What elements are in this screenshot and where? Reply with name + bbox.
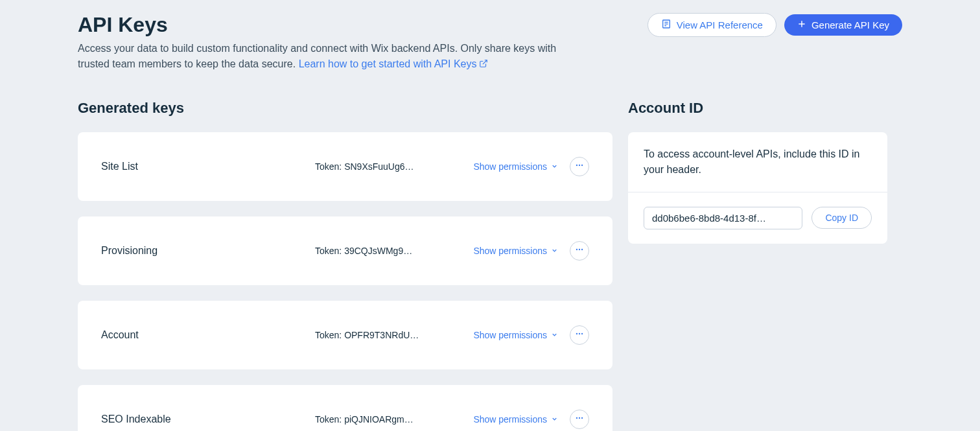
svg-point-12 xyxy=(581,249,583,250)
key-token: Token: 39CQJsWMg9… xyxy=(315,246,428,256)
more-options-button[interactable] xyxy=(570,410,589,429)
chevron-down-icon xyxy=(551,161,558,172)
key-name: SEO Indexable xyxy=(101,414,315,425)
svg-point-14 xyxy=(579,333,580,334)
svg-point-10 xyxy=(576,249,578,250)
svg-point-17 xyxy=(579,417,580,419)
generate-api-key-label: Generate API Key xyxy=(811,19,889,30)
more-options-button[interactable] xyxy=(570,157,589,176)
key-name: Site List xyxy=(101,161,315,172)
chevron-down-icon xyxy=(551,330,558,340)
chevron-down-icon xyxy=(551,414,558,425)
account-id-description: To access account-level APIs, include th… xyxy=(628,132,887,192)
key-token: Token: piQJNIOARgm… xyxy=(315,414,428,425)
svg-point-9 xyxy=(581,165,583,166)
generate-api-key-button[interactable]: Generate API Key xyxy=(784,14,902,36)
show-permissions-link[interactable]: Show permissions xyxy=(473,246,558,256)
account-id-card: To access account-level APIs, include th… xyxy=(628,132,887,244)
svg-point-8 xyxy=(579,165,580,166)
show-permissions-link[interactable]: Show permissions xyxy=(473,161,558,172)
svg-line-0 xyxy=(483,60,487,64)
show-permissions-link[interactable]: Show permissions xyxy=(473,414,558,425)
svg-point-15 xyxy=(581,333,583,334)
key-card: Provisioning Token: 39CQJsWMg9… Show per… xyxy=(78,216,612,285)
svg-point-16 xyxy=(576,417,578,419)
learn-link[interactable]: Learn how to get started with API Keys xyxy=(299,58,489,69)
svg-point-11 xyxy=(579,249,580,250)
more-horizontal-icon xyxy=(575,161,584,172)
view-api-reference-button[interactable]: View API Reference xyxy=(648,13,776,37)
key-name: Account xyxy=(101,329,315,341)
more-options-button[interactable] xyxy=(570,325,589,345)
key-name: Provisioning xyxy=(101,245,315,257)
key-card: SEO Indexable Token: piQJNIOARgm… Show p… xyxy=(78,385,612,431)
key-card: Account Token: OPFR9T3NRdU… Show permiss… xyxy=(78,301,612,369)
account-id-value[interactable]: dd0b6be6-8bd8-4d13-8f… xyxy=(644,207,802,229)
more-horizontal-icon xyxy=(575,414,584,425)
show-permissions-link[interactable]: Show permissions xyxy=(473,330,558,340)
account-id-title: Account ID xyxy=(628,100,887,117)
svg-point-13 xyxy=(576,333,578,334)
document-icon xyxy=(661,19,671,31)
chevron-down-icon xyxy=(551,246,558,256)
key-card: Site List Token: SN9XsFuuUg6… Show permi… xyxy=(78,132,612,201)
external-link-icon xyxy=(479,57,488,73)
svg-point-7 xyxy=(576,165,578,166)
plus-icon xyxy=(797,19,806,30)
svg-point-18 xyxy=(581,417,583,419)
key-token: Token: OPFR9T3NRdU… xyxy=(315,330,428,340)
more-horizontal-icon xyxy=(575,245,584,256)
page-title: API Keys xyxy=(78,13,583,37)
key-token: Token: SN9XsFuuUg6… xyxy=(315,161,428,172)
generated-keys-title: Generated keys xyxy=(78,100,612,117)
more-options-button[interactable] xyxy=(570,241,589,261)
view-api-reference-label: View API Reference xyxy=(677,19,763,30)
copy-id-button[interactable]: Copy ID xyxy=(811,207,872,229)
more-horizontal-icon xyxy=(575,329,584,340)
page-description: Access your data to build custom functio… xyxy=(78,41,583,73)
